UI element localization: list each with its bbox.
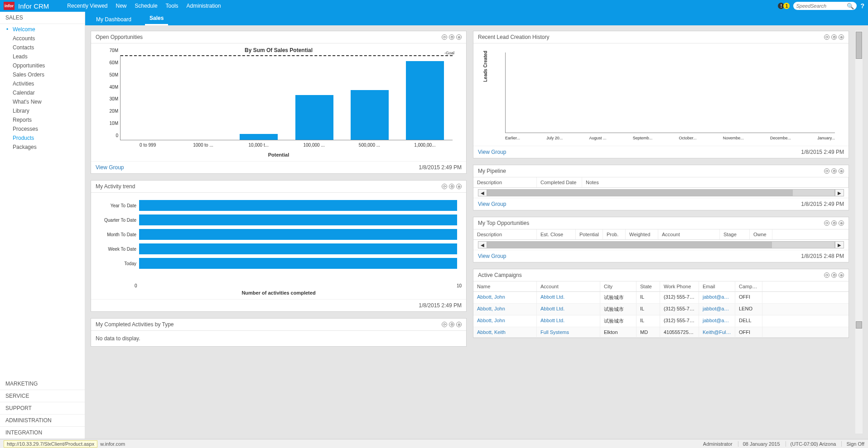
nav-item-contacts[interactable]: Contacts xyxy=(0,43,85,52)
col-account[interactable]: Account xyxy=(537,281,600,291)
table-cell[interactable]: Abbott, John xyxy=(473,292,537,303)
col-email[interactable]: Email xyxy=(699,281,735,291)
refresh-icon[interactable]: ⟳ xyxy=(824,168,829,174)
close-icon[interactable]: ⊗ xyxy=(456,322,462,327)
nav-item-accounts[interactable]: Accounts xyxy=(0,34,85,43)
col-description[interactable]: Description xyxy=(473,229,537,239)
col-notes[interactable]: Notes xyxy=(582,177,849,187)
close-icon[interactable]: ⊗ xyxy=(839,34,844,40)
col-phone[interactable]: Work Phone xyxy=(660,281,699,291)
search-box[interactable]: 🔍 xyxy=(793,2,857,10)
refresh-icon[interactable]: ⟳ xyxy=(442,322,447,327)
col-name[interactable]: Name xyxy=(473,281,537,291)
table-cell[interactable]: Abbott, Keith xyxy=(473,327,537,337)
scroll-left-icon[interactable]: ◀ xyxy=(478,189,487,196)
refresh-icon[interactable]: ⟳ xyxy=(824,272,829,278)
refresh-icon[interactable]: ⟳ xyxy=(824,34,829,40)
menu-recently-viewed[interactable]: Recently Viewed xyxy=(67,3,107,9)
nav-item-calendar[interactable]: Calendar xyxy=(0,88,85,97)
tab-sales[interactable]: Sales xyxy=(145,12,168,25)
menu-schedule[interactable]: Schedule xyxy=(135,3,158,9)
view-group-link[interactable]: View Group xyxy=(478,201,506,207)
nav-item-welcome[interactable]: Welcome xyxy=(0,25,85,34)
table-cell[interactable]: Abbott, John xyxy=(473,315,537,327)
col-completed-date[interactable]: Completed Date xyxy=(537,177,582,187)
col-description[interactable]: Description xyxy=(473,177,537,187)
table-row[interactable]: Abbott, JohnAbbott Ltd.试验城市IL(312) 555-7… xyxy=(473,292,849,304)
scroll-right-icon[interactable]: ▶ xyxy=(835,241,844,248)
table-cell[interactable]: Abbott Ltd. xyxy=(537,292,600,303)
help-icon[interactable]: ? xyxy=(860,2,864,10)
menu-administration[interactable]: Administration xyxy=(187,3,221,9)
tab-my-dashboard[interactable]: My Dashboard xyxy=(92,14,136,25)
table-cell[interactable]: Abbott Ltd. xyxy=(537,315,600,327)
col-account[interactable]: Account xyxy=(658,229,720,239)
table-cell[interactable]: Keith@FullSyst... xyxy=(699,327,735,337)
alerts-badge[interactable]: ! 1 xyxy=(778,3,790,9)
col-stage[interactable]: Stage xyxy=(720,229,750,239)
nav-section-integration[interactable]: INTEGRATION xyxy=(0,427,85,439)
close-icon[interactable]: ⊗ xyxy=(456,184,462,189)
col-owner[interactable]: Owne xyxy=(750,229,772,239)
close-icon[interactable]: ⊗ xyxy=(456,34,462,40)
search-icon[interactable]: 🔍 xyxy=(847,3,854,10)
nav-section-administration[interactable]: ADMINISTRATION xyxy=(0,415,85,427)
nav-item-products[interactable]: Products xyxy=(0,133,85,143)
nav-section-support[interactable]: SUPPORT xyxy=(0,402,85,415)
sign-off-link[interactable]: Sign Off xyxy=(841,441,864,447)
scroll-track[interactable] xyxy=(487,189,835,196)
nav-item-packages[interactable]: Packages xyxy=(0,143,85,152)
col-weighted[interactable]: Weighted xyxy=(626,229,658,239)
close-icon[interactable]: ⊗ xyxy=(839,220,844,226)
search-input[interactable] xyxy=(796,3,847,9)
scroll-right-icon[interactable]: ▶ xyxy=(835,189,844,196)
nav-item-sales-orders[interactable]: Sales Orders xyxy=(0,70,85,79)
table-row[interactable]: Abbott, KeithFull SystemsElktonMD4105557… xyxy=(473,327,849,338)
table-cell[interactable]: Full Systems xyxy=(537,327,600,337)
nav-section-sales[interactable]: SALES xyxy=(0,12,85,24)
scroll-left-icon[interactable]: ◀ xyxy=(478,241,487,248)
nav-item-reports[interactable]: Reports xyxy=(0,115,85,124)
table-cell[interactable]: jabbot@abbott.... xyxy=(699,315,735,327)
col-campaign[interactable]: Campaig xyxy=(735,281,762,291)
table-cell[interactable]: jabbot@abbott.... xyxy=(699,292,735,303)
nav-item-activities[interactable]: Activities xyxy=(0,79,85,88)
table-cell[interactable]: Abbott Ltd. xyxy=(537,304,600,315)
nav-section-service[interactable]: SERVICE xyxy=(0,390,85,402)
content-scrollbar[interactable] xyxy=(855,31,863,434)
nav-item-library[interactable]: Library xyxy=(0,106,85,115)
col-potential[interactable]: Potential xyxy=(576,229,603,239)
gear-icon[interactable]: ⚙ xyxy=(449,34,454,40)
table-cell[interactable]: Abbott, John xyxy=(473,304,537,315)
gear-icon[interactable]: ⚙ xyxy=(449,322,454,327)
close-icon[interactable]: ⊗ xyxy=(839,272,844,278)
col-est-close[interactable]: Est. Close xyxy=(537,229,576,239)
gear-icon[interactable]: ⚙ xyxy=(831,220,837,226)
col-city[interactable]: City xyxy=(600,281,637,291)
nav-item-leads[interactable]: Leads xyxy=(0,52,85,61)
menu-tools[interactable]: Tools xyxy=(166,3,178,9)
table-row[interactable]: Abbott, JohnAbbott Ltd.试验城市IL(312) 555-7… xyxy=(473,304,849,315)
col-prob[interactable]: Prob. xyxy=(603,229,626,239)
gear-icon[interactable]: ⚙ xyxy=(449,184,454,189)
view-group-link[interactable]: View Group xyxy=(478,149,506,155)
gear-icon[interactable]: ⚙ xyxy=(831,34,837,40)
scroll-track[interactable] xyxy=(487,241,835,248)
table-row[interactable]: Abbott, JohnAbbott Ltd.试验城市IL(312) 555-7… xyxy=(473,315,849,327)
close-icon[interactable]: ⊗ xyxy=(839,168,844,174)
view-group-link[interactable]: View Group xyxy=(478,253,506,259)
menu-new[interactable]: New xyxy=(116,3,127,9)
view-group-link[interactable]: View Group xyxy=(96,164,124,171)
refresh-icon[interactable]: ⟳ xyxy=(442,184,447,189)
table-cell[interactable]: jabbot@abbott.... xyxy=(699,304,735,315)
refresh-icon[interactable]: ⟳ xyxy=(824,220,829,226)
refresh-icon[interactable]: ⟳ xyxy=(442,34,447,40)
col-state[interactable]: State xyxy=(637,281,660,291)
nav-item-processes[interactable]: Processes xyxy=(0,124,85,133)
panel-title: Open Opportunities xyxy=(96,34,143,40)
nav-section-marketing[interactable]: MARKETING xyxy=(0,378,85,390)
nav-item-whats-new[interactable]: What's New xyxy=(0,97,85,106)
gear-icon[interactable]: ⚙ xyxy=(831,272,837,278)
gear-icon[interactable]: ⚙ xyxy=(831,168,837,174)
nav-item-opportunities[interactable]: Opportunities xyxy=(0,61,85,70)
